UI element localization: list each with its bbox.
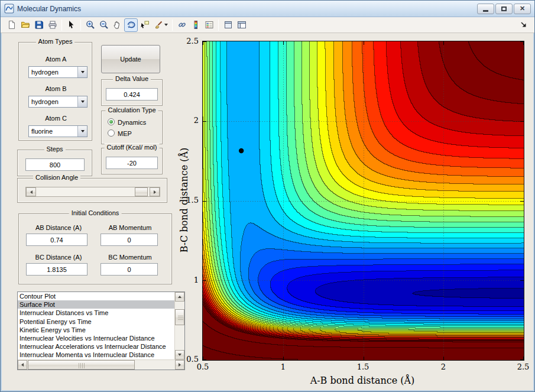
title-bar: Molecular Dynamics ✕ — [1, 1, 534, 17]
close-icon: ✕ — [520, 5, 525, 12]
left-arrow-icon — [21, 363, 24, 367]
data-cursor-icon — [140, 20, 150, 30]
list-item[interactable]: Kinetic Energy vs Time — [18, 326, 174, 334]
dropdown-arrow-icon[interactable] — [77, 126, 87, 137]
zoom-out-icon — [99, 20, 109, 30]
horizontal-scrollbar[interactable] — [18, 359, 184, 370]
y-tick-label: 2.5 — [177, 37, 199, 46]
atom-b-dropdown[interactable]: hydrogen — [28, 96, 87, 108]
ab-momentum-input[interactable] — [100, 234, 158, 246]
dynamics-radio[interactable] — [108, 118, 115, 125]
scroll-left-button[interactable] — [18, 360, 27, 370]
close-button[interactable]: ✕ — [514, 4, 531, 14]
dynamics-radio-label: Dynamics — [118, 119, 146, 126]
list-item[interactable]: Internuclear Accelerations vs Internucle… — [18, 342, 174, 351]
toolbar-separator — [61, 20, 62, 31]
contour-canvas[interactable] — [203, 41, 524, 360]
zoom-out-button[interactable] — [97, 18, 111, 32]
list-item[interactable]: Internuclear Momenta vs Internuclear Dis… — [18, 351, 174, 359]
x-tick-label: 2 — [432, 362, 455, 371]
pan-button[interactable] — [111, 18, 124, 32]
hand-icon — [113, 20, 122, 30]
delta-value-input[interactable] — [106, 88, 158, 101]
cursor-icon — [67, 20, 76, 30]
x-tick-label: 1 — [271, 362, 295, 371]
rotate-3d-icon — [127, 20, 136, 30]
x-axis-label: A-B bond distance (Å) — [262, 375, 463, 386]
zoom-in-button[interactable] — [83, 18, 97, 32]
steps-input[interactable] — [25, 158, 85, 171]
x-tick-label: 0.5 — [191, 362, 215, 371]
save-icon — [34, 20, 44, 30]
x-tick-label: 2.5 — [511, 362, 535, 371]
window-controls: ✕ — [477, 4, 531, 14]
bc-distance-input[interactable] — [26, 263, 87, 276]
slider-left-arrow[interactable] — [26, 187, 36, 196]
data-cursor-button[interactable] — [138, 18, 151, 32]
plot-list: Contour Plot Surface Plot Internuclear D… — [17, 291, 185, 370]
vertical-scroll-thumb[interactable] — [175, 309, 184, 325]
ab-momentum-label: AB Momentum — [100, 224, 160, 231]
horizontal-scroll-thumb[interactable] — [28, 360, 135, 370]
save-button[interactable] — [32, 18, 46, 32]
rotate-3d-button[interactable] — [124, 18, 138, 32]
y-tick-label: 0.5 — [177, 355, 199, 364]
brush-button[interactable] — [151, 18, 170, 32]
app-window: Molecular Dynamics ✕ Atom Types Atom — [0, 0, 535, 392]
window-title: Molecular Dynamics — [17, 5, 81, 13]
initial-conditions-panel: Initial Conditions AB Distance (A) AB Mo… — [18, 213, 172, 284]
delta-value-panel: Delta Value — [101, 79, 163, 106]
mep-radio-label: MEP — [118, 130, 132, 137]
maximize-icon — [501, 7, 507, 11]
dock-figure-button[interactable] — [517, 18, 530, 32]
atom-b-value: hydrogen — [31, 98, 59, 105]
thumb-grip — [178, 315, 183, 320]
update-button[interactable]: Update — [101, 45, 160, 73]
list-item[interactable]: Surface Plot — [18, 300, 174, 309]
list-item[interactable]: Contour Plot — [18, 292, 174, 300]
minimize-button[interactable] — [477, 4, 494, 14]
dropdown-arrow-icon[interactable] — [77, 96, 87, 107]
new-file-button[interactable] — [5, 18, 18, 32]
ab-distance-input[interactable] — [26, 234, 87, 246]
print-icon — [48, 20, 57, 30]
mep-radio[interactable] — [108, 129, 115, 137]
steps-title: Steps — [44, 145, 65, 153]
dropdown-arrow-icon[interactable] — [77, 67, 87, 77]
new-file-icon — [7, 20, 17, 30]
maximize-button[interactable] — [495, 4, 513, 14]
open-file-icon — [21, 20, 30, 30]
collision-angle-panel: Collision Angle — [17, 178, 167, 203]
figure-toolbar — [1, 17, 534, 33]
atom-a-label: Atom A — [19, 56, 93, 63]
toolbar-separator — [218, 20, 219, 31]
slider-right-arrow[interactable] — [150, 187, 160, 196]
cutoff-input[interactable] — [106, 157, 158, 169]
print-button[interactable] — [46, 18, 59, 32]
minimize-icon — [483, 10, 488, 12]
edit-plot-button[interactable] — [64, 18, 78, 32]
list-item[interactable]: Internuclear Distances vs Time — [18, 309, 174, 317]
left-arrow-icon — [30, 190, 33, 194]
app-icon[interactable] — [4, 4, 14, 14]
slider-thumb[interactable] — [135, 187, 148, 196]
list-item[interactable]: Potential Energy vs Time — [18, 318, 174, 326]
atom-a-dropdown[interactable]: hydrogen — [28, 66, 87, 78]
hide-plot-tools-button[interactable] — [221, 18, 235, 32]
colorbar-icon — [191, 20, 200, 30]
link-plot-button[interactable] — [175, 18, 189, 32]
brush-icon — [154, 20, 163, 30]
atom-a-value: hydrogen — [31, 69, 59, 76]
show-plot-tools-button[interactable] — [235, 18, 248, 32]
open-file-button[interactable] — [18, 18, 32, 32]
list-item[interactable]: Internuclear Velocities vs Internuclear … — [18, 334, 174, 342]
collision-angle-slider[interactable] — [25, 187, 160, 197]
bc-momentum-input[interactable] — [100, 263, 158, 276]
atom-c-dropdown[interactable]: fluorine — [28, 125, 87, 137]
toolbar-separator — [172, 20, 173, 31]
scroll-up-button[interactable] — [175, 292, 184, 302]
insert-colorbar-button[interactable] — [189, 18, 202, 32]
vertical-scrollbar[interactable] — [174, 292, 184, 359]
insert-legend-button[interactable] — [202, 18, 216, 32]
cutoff-title: Cutoff (Kcal/ mol) — [105, 144, 160, 151]
